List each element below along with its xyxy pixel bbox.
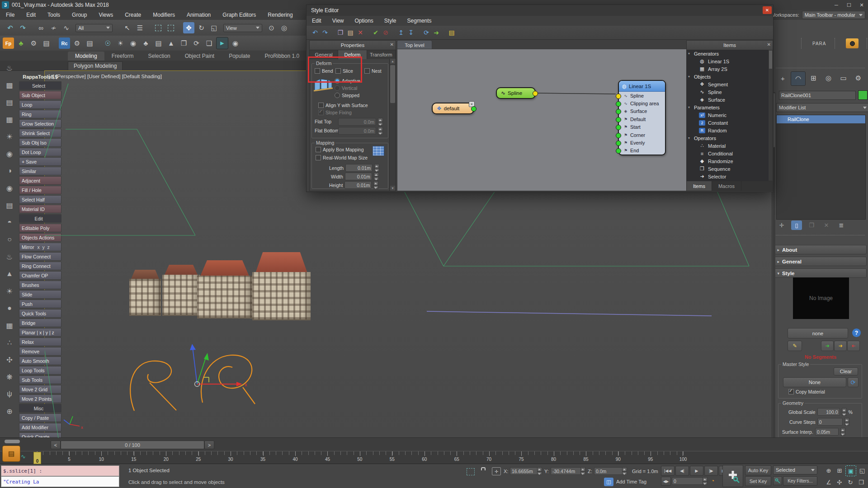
- x-spinner[interactable]: [537, 467, 542, 475]
- icon-shaded-view[interactable]: ◑: [4, 165, 15, 176]
- se-align-top-icon[interactable]: ↥: [396, 28, 406, 38]
- railclone-button[interactable]: Rc: [59, 38, 70, 49]
- scale-icon[interactable]: ◱: [208, 22, 220, 33]
- nest-checkbox[interactable]: [364, 68, 370, 74]
- copy-material-checkbox[interactable]: [788, 389, 794, 394]
- icon-notes[interactable]: ▤: [4, 200, 15, 211]
- curve-steps-field[interactable]: 0: [817, 418, 843, 426]
- vertical-radio[interactable]: [335, 85, 340, 91]
- icon-camera[interactable]: ◉: [4, 148, 15, 159]
- frame-spinner[interactable]: [703, 477, 708, 485]
- menu-item[interactable]: Create: [119, 12, 147, 18]
- z-spinner[interactable]: [622, 467, 627, 475]
- tree-item-row[interactable]: R Random: [687, 127, 768, 134]
- flat-top-field[interactable]: 0.0m: [338, 118, 376, 126]
- polygon-modeling-tab[interactable]: Polygon Modeling: [68, 61, 123, 70]
- make-unique-icon[interactable]: ❐: [806, 221, 817, 230]
- maxscript-listener-line1[interactable]: $.sslice[1] :: [1, 465, 119, 476]
- unlink-icon[interactable]: ≁: [48, 22, 59, 33]
- tree-expand-icon[interactable]: ▾: [687, 75, 694, 79]
- tree-expand-icon[interactable]: ▾: [687, 52, 694, 56]
- properties-close-icon[interactable]: ✕: [390, 42, 394, 47]
- create-tab[interactable]: +: [776, 71, 790, 85]
- para-button[interactable]: PARA: [812, 41, 826, 46]
- spline-output-port[interactable]: [533, 91, 538, 96]
- pin-stack-icon[interactable]: ✛: [776, 221, 787, 230]
- linear-1s-generator-node[interactable]: ◍ Linear 1S ∿ Spline ∿ Clipping area: [618, 80, 666, 155]
- properties-scrollbar[interactable]: ▲ ▼: [389, 59, 396, 191]
- se-paste-icon[interactable]: ▤: [345, 28, 355, 38]
- icon-render-teapot[interactable]: ♨: [4, 251, 15, 262]
- items-header[interactable]: Items ✕: [687, 41, 773, 50]
- selection-set-dropdown[interactable]: Selected: [773, 465, 817, 474]
- real-world-map-checkbox[interactable]: [316, 155, 321, 160]
- icon-light[interactable]: ☀: [4, 131, 15, 142]
- sun-icon[interactable]: ☀: [115, 38, 126, 49]
- input-port[interactable]: [616, 117, 621, 122]
- icon-cameras[interactable]: ◉: [4, 183, 15, 193]
- style-editor-close-button[interactable]: ✕: [763, 6, 772, 14]
- icon-array[interactable]: ▦: [4, 320, 15, 331]
- ribbon-tab[interactable]: Selection: [141, 52, 177, 61]
- node-canvas[interactable]: ∿ Spline ❖ default ✕ ◍ Linear 1S: [397, 49, 687, 191]
- maximize-viewport-icon[interactable]: ❒: [856, 477, 866, 487]
- camera-add-icon[interactable]: ◉: [230, 38, 241, 49]
- ribbon-tab[interactable]: Populate: [222, 52, 257, 61]
- revert-style-button[interactable]: ➜: [847, 341, 860, 351]
- spline-node[interactable]: ∿ Spline: [496, 87, 536, 99]
- se-cancel-icon[interactable]: ⊘: [381, 28, 391, 38]
- refresh-icon[interactable]: ⟳: [191, 38, 202, 49]
- icon-zoom-cube[interactable]: ⊕: [4, 406, 15, 417]
- layers-icon[interactable]: ❏: [203, 38, 215, 49]
- menu-item[interactable]: Graph Editors: [217, 12, 262, 18]
- prev-frame-button[interactable]: ◀|: [675, 466, 689, 476]
- menu-item[interactable]: Rendering: [262, 12, 298, 18]
- select-object-icon[interactable]: ↖: [122, 22, 133, 33]
- adaptive-radio[interactable]: [335, 78, 340, 84]
- default-segment-node[interactable]: ❖ default ✕: [432, 103, 474, 114]
- se-commit-icon[interactable]: ✔: [371, 28, 381, 38]
- se-align-bottom-icon[interactable]: ↧: [406, 28, 416, 38]
- tree-expand-icon[interactable]: ▾: [687, 136, 694, 140]
- select-manipulate-icon[interactable]: ◎: [278, 22, 290, 33]
- style-editor-menu-item[interactable]: Edit: [307, 18, 327, 24]
- properties-tab[interactable]: Transform: [367, 50, 396, 59]
- select-link-icon[interactable]: ∞: [35, 22, 47, 33]
- properties-tab[interactable]: Deform: [338, 50, 367, 59]
- tree-group-row[interactable]: ▾Parameters: [687, 103, 768, 111]
- rect-region-icon[interactable]: [152, 22, 164, 33]
- time-slider[interactable]: 0 / 100: [61, 441, 204, 449]
- generator-input-row[interactable]: ⚑ Start: [619, 123, 665, 131]
- master-style-none-button[interactable]: None: [783, 377, 846, 387]
- show-curves-toggle-icon[interactable]: ∿: [21, 453, 26, 460]
- icon-sun[interactable]: ☀: [4, 286, 15, 296]
- menu-item[interactable]: Animation: [181, 12, 217, 18]
- menu-item[interactable]: Tools: [42, 12, 66, 18]
- bend-checkbox[interactable]: [315, 68, 320, 74]
- width-field[interactable]: 0.01m: [345, 173, 372, 180]
- select-by-name-icon[interactable]: ☰: [134, 22, 146, 33]
- tree-icon[interactable]: ▲: [165, 38, 177, 49]
- rollout-header[interactable]: ▾ Style: [774, 268, 867, 278]
- time-tag-cube-icon[interactable]: ◫: [604, 478, 613, 486]
- se-export-icon[interactable]: ➜: [431, 28, 441, 38]
- time-config-icon[interactable]: ◔: [711, 477, 714, 484]
- forest-settings-icon[interactable]: ⚙: [28, 38, 39, 49]
- move-icon[interactable]: ✥: [183, 22, 194, 33]
- modify-tab[interactable]: ◠: [791, 71, 806, 86]
- current-frame-marker[interactable]: 0: [33, 452, 41, 464]
- input-port[interactable]: [616, 101, 621, 107]
- slice-checkbox[interactable]: [335, 68, 341, 74]
- ribbon-tab[interactable]: ProRibbon 1.0: [258, 52, 307, 61]
- width-spinner[interactable]: [374, 173, 379, 180]
- trackbar-grip[interactable]: [5, 440, 20, 443]
- items-bottom-tab[interactable]: Macros: [712, 181, 741, 191]
- stepped-radio[interactable]: [335, 93, 340, 98]
- menu-item[interactable]: Views: [93, 12, 119, 18]
- se-redo-icon[interactable]: ↷: [320, 28, 330, 38]
- play-button[interactable]: ▶: [690, 466, 703, 476]
- orbit-icon[interactable]: ↻: [845, 477, 855, 487]
- close-button[interactable]: ✕: [855, 0, 868, 9]
- help-icon[interactable]: ?: [852, 328, 861, 337]
- style-editor-menu-item[interactable]: Segments: [402, 18, 437, 24]
